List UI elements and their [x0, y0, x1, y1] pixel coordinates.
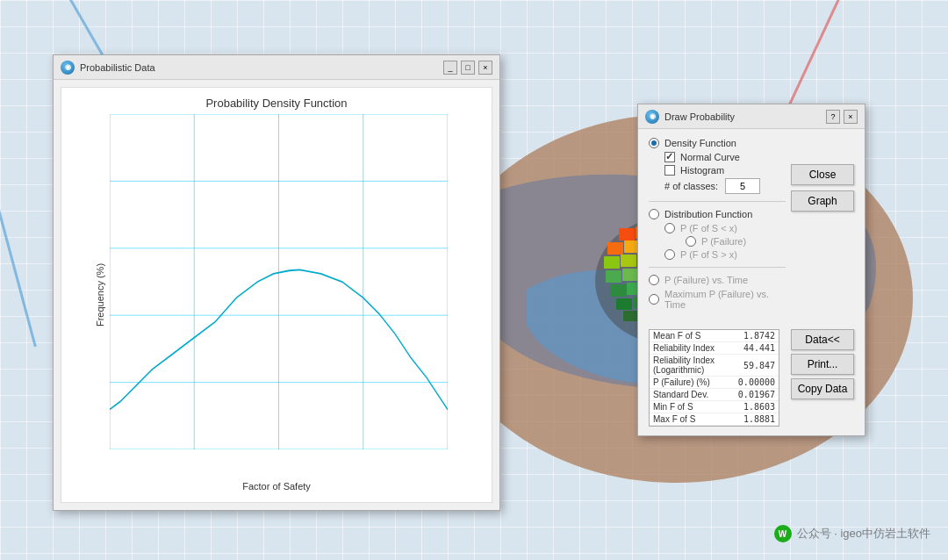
print-btn[interactable]: Print... — [791, 354, 854, 375]
wechat-icon: W — [774, 525, 792, 542]
svg-rect-15 — [604, 256, 620, 269]
normal-curve-label: Normal Curve — [680, 152, 740, 162]
dp-window-controls[interactable]: ? × — [826, 110, 858, 124]
max-p-failure-vs-time-radio[interactable]: Maximum P (Failure) vs. Time — [649, 289, 786, 310]
p-fofs-greater-circle[interactable] — [664, 249, 675, 260]
p-failure-radio[interactable]: P (Failure) — [686, 236, 786, 247]
row-label: Standard Dev. — [650, 389, 735, 401]
chart-container: Probability Density Function Frequency (… — [61, 87, 492, 503]
row-value: 59.847 — [735, 355, 779, 377]
dp-close-button[interactable]: × — [844, 110, 858, 124]
divider-1 — [649, 201, 786, 202]
histogram-checkbox[interactable]: Histogram — [664, 165, 786, 176]
svg-rect-29 — [610, 284, 626, 297]
table-row: Mean F of S1.8742 — [650, 330, 779, 342]
svg-rect-23 — [622, 269, 638, 281]
p-failure-vs-time-radio[interactable]: P (Failure) vs. Time — [649, 275, 786, 285]
row-value: 1.8742 — [735, 330, 779, 342]
y-axis-label: Frequency (%) — [95, 263, 105, 327]
classes-row: # of classes: — [664, 178, 786, 194]
title-left: ◉ Probabilistic Data — [61, 61, 155, 75]
data-table-wrapper: Mean F of S1.8742Reliability Index44.441… — [649, 329, 854, 427]
table-row: P (Failure) (%)0.00000 — [650, 377, 779, 389]
row-label: Mean F of S — [650, 330, 735, 342]
copy-data-btn[interactable]: Copy Data — [791, 378, 854, 399]
histogram-label: Histogram — [680, 165, 724, 176]
classes-input[interactable] — [725, 178, 760, 194]
prob-window-titlebar: ◉ Probabilistic Data _ □ × — [54, 55, 499, 80]
normal-curve-checkbox-box[interactable] — [664, 152, 675, 162]
histogram-checkbox-box[interactable] — [664, 165, 675, 176]
chart-title: Probability Density Function — [61, 97, 492, 110]
svg-rect-22 — [606, 270, 621, 283]
distribution-function-label: Distribution Function — [664, 209, 752, 219]
row-value: 0.01967 — [735, 389, 779, 401]
p-failure-label: P (Failure) — [701, 236, 746, 247]
window-controls[interactable]: _ □ × — [443, 61, 492, 75]
row-value: 0.00000 — [735, 377, 779, 389]
p-failure-circle[interactable] — [686, 236, 696, 247]
table-row: Reliability Index (Logarithmic)59.847 — [650, 355, 779, 377]
dp-buttons: Close Graph — [791, 164, 854, 212]
divider-2 — [649, 267, 786, 268]
row-label: Reliability Index (Logarithmic) — [650, 355, 735, 377]
p-fofs-greater-radio[interactable]: P (F of S > x) — [664, 249, 786, 260]
p-failure-vs-time-circle[interactable] — [649, 275, 659, 285]
close-btn[interactable]: Close — [791, 164, 854, 185]
row-label: Reliability Index — [650, 342, 735, 355]
svg-rect-8 — [607, 242, 623, 255]
dp-window-icon: ◉ — [645, 110, 659, 124]
row-value: 44.441 — [735, 342, 779, 355]
max-p-failure-circle[interactable] — [649, 294, 659, 305]
watermark: W 公众号 · igeo中仿岩土软件 — [774, 525, 930, 542]
density-function-radio[interactable]: Density Function — [649, 138, 786, 148]
table-row: Standard Dev.0.01967 — [650, 389, 779, 401]
dp-main-content: Density Function Normal Curve Histogram … — [638, 129, 865, 322]
draw-probability-window: ◉ Draw Probability ? × Density Function … — [637, 104, 865, 436]
dp-title-left: ◉ Draw Probability — [645, 110, 735, 124]
row-value: 1.8881 — [735, 413, 779, 426]
row-label: P (Failure) (%) — [650, 377, 735, 389]
table-row: Min F of S1.8603 — [650, 401, 779, 413]
chart-svg: 25 20 15 10 5 0 1.86308 1.87422 1.88536 — [110, 114, 448, 449]
maximize-button[interactable]: □ — [461, 61, 475, 75]
p-fofs-less-label: P (F of S < x) — [680, 223, 737, 233]
close-button[interactable]: × — [478, 61, 492, 75]
p-failure-vs-time-label: P (Failure) vs. Time — [664, 275, 748, 285]
data-table-section: Mean F of S1.8742Reliability Index44.441… — [649, 329, 779, 427]
row-value: 1.8603 — [735, 401, 779, 413]
p-fofs-less-radio[interactable]: P (F of S < x) — [664, 223, 786, 233]
distribution-function-radio[interactable]: Distribution Function — [649, 209, 786, 219]
classes-label: # of classes: — [664, 181, 718, 191]
prob-window-icon: ◉ — [61, 61, 75, 75]
prob-window-title: Probabilistic Data — [80, 62, 155, 73]
draw-prob-titlebar: ◉ Draw Probability ? × — [638, 104, 865, 129]
svg-rect-36 — [616, 298, 632, 310]
row-label: Max F of S — [650, 413, 735, 426]
prob-window-content: Probability Density Function Frequency (… — [54, 80, 499, 510]
density-function-radio-circle[interactable] — [649, 138, 659, 148]
svg-rect-2 — [619, 228, 635, 241]
svg-rect-16 — [621, 255, 636, 267]
data-btn[interactable]: Data<< — [791, 329, 854, 350]
x-axis-label: Factor of Safety — [61, 481, 492, 492]
data-table: Mean F of S1.8742Reliability Index44.441… — [650, 330, 779, 426]
data-table-buttons: Data<< Print... Copy Data — [791, 329, 854, 399]
p-fofs-greater-label: P (F of S > x) — [680, 249, 737, 260]
max-p-failure-label: Maximum P (Failure) vs. Time — [664, 289, 786, 310]
minimize-button[interactable]: _ — [443, 61, 457, 75]
p-fofs-less-circle[interactable] — [664, 223, 675, 233]
watermark-text: 公众号 · igeo中仿岩土软件 — [797, 526, 930, 542]
distribution-function-radio-circle[interactable] — [649, 209, 659, 219]
dp-help-button[interactable]: ? — [826, 110, 840, 124]
table-row: Max F of S1.8881 — [650, 413, 779, 426]
table-row: Reliability Index44.441 — [650, 342, 779, 355]
probabilistic-data-window: ◉ Probabilistic Data _ □ × Probability D… — [53, 54, 500, 511]
dp-window-title: Draw Probability — [664, 111, 735, 122]
graph-btn[interactable]: Graph — [791, 190, 854, 212]
density-function-label: Density Function — [664, 138, 736, 148]
dp-bottom: Mean F of S1.8742Reliability Index44.441… — [638, 329, 865, 435]
normal-curve-checkbox[interactable]: Normal Curve — [664, 152, 786, 162]
row-label: Min F of S — [650, 401, 735, 413]
